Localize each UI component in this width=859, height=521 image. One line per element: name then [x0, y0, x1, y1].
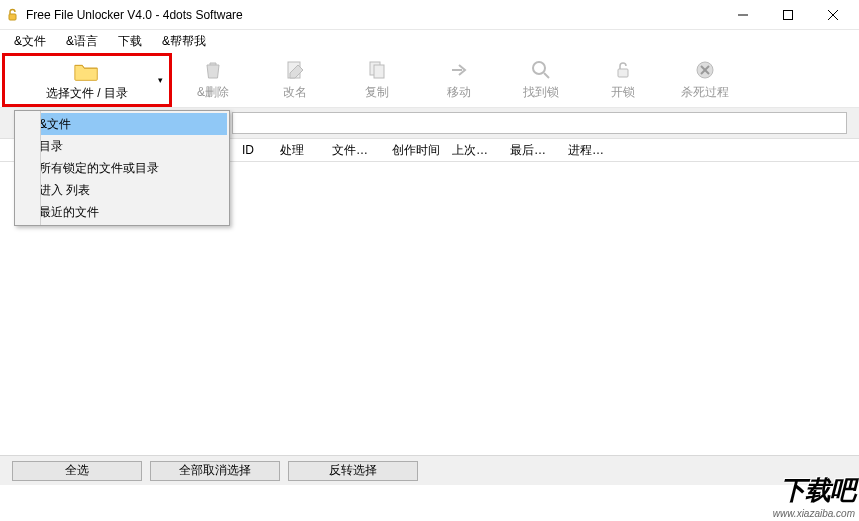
menu-language[interactable]: &语言 — [56, 31, 108, 52]
dropdown-item-label: 目录 — [39, 138, 63, 155]
toolbar-unlock-label: 开锁 — [611, 84, 635, 101]
kill-icon — [691, 58, 719, 82]
toolbar-kill-label: 杀死过程 — [681, 84, 729, 101]
col-modified[interactable]: 最后… — [504, 142, 562, 159]
toolbar-findlock-label: 找到锁 — [523, 84, 559, 101]
path-input[interactable] — [232, 112, 847, 134]
col-created[interactable]: 创作时间 — [386, 142, 446, 159]
toolbar-select-button[interactable]: 选择文件 / 目录 ▾ — [2, 53, 172, 107]
move-icon — [445, 58, 473, 82]
window-title: Free File Unlocker V4.0 - 4dots Software — [26, 8, 243, 22]
copy-icon — [363, 58, 391, 82]
dropdown-item-label: 最近的文件 — [39, 204, 99, 221]
svg-rect-10 — [618, 69, 628, 77]
deselect-all-button[interactable]: 全部取消选择 — [150, 461, 280, 481]
toolbar-rename-label: 改名 — [283, 84, 307, 101]
col-last[interactable]: 上次… — [446, 142, 504, 159]
menubar: &文件 &语言 下载 &帮帮我 — [0, 30, 859, 52]
rename-icon — [281, 58, 309, 82]
dropdown-item-label: 进入 列表 — [39, 182, 90, 199]
menu-download[interactable]: 下载 — [108, 31, 152, 52]
dropdown-item-label: 所有锁定的文件或目录 — [39, 160, 159, 177]
dropdown-item-label: &文件 — [39, 116, 71, 133]
col-file[interactable]: 文件… — [326, 142, 386, 159]
toolbar-delete-button[interactable]: &删除 — [172, 54, 254, 106]
unlock-icon — [609, 58, 637, 82]
toolbar-select-label: 选择文件 / 目录 — [46, 85, 128, 102]
toolbar-delete-label: &删除 — [197, 84, 229, 101]
bottom-bar: 全选 全部取消选择 反转选择 — [0, 455, 859, 485]
watermark-url: www.xiazaiba.com — [773, 508, 855, 519]
toolbar-rename-button[interactable]: 改名 — [254, 54, 336, 106]
dropdown-gutter — [15, 111, 41, 225]
select-all-button[interactable]: 全选 — [12, 461, 142, 481]
col-id[interactable]: ID — [236, 143, 274, 157]
svg-rect-2 — [783, 10, 792, 19]
toolbar-copy-button[interactable]: 复制 — [336, 54, 418, 106]
titlebar: Free File Unlocker V4.0 - 4dots Software — [0, 0, 859, 30]
toolbar: 选择文件 / 目录 ▾ &删除 改名 复制 移动 找到锁 开锁 — [0, 52, 859, 108]
toolbar-kill-button[interactable]: 杀死过程 — [664, 54, 746, 106]
svg-rect-7 — [374, 65, 384, 78]
toolbar-findlock-button[interactable]: 找到锁 — [500, 54, 582, 106]
dropdown-item-recent[interactable]: 最近的文件 — [17, 201, 227, 223]
toolbar-move-label: 移动 — [447, 84, 471, 101]
svg-point-8 — [533, 62, 545, 74]
menu-file[interactable]: &文件 — [4, 31, 56, 52]
toolbar-move-button[interactable]: 移动 — [418, 54, 500, 106]
dropdown-item-dir[interactable]: 目录 — [17, 135, 227, 157]
toolbar-copy-label: 复制 — [365, 84, 389, 101]
invert-selection-button[interactable]: 反转选择 — [288, 461, 418, 481]
minimize-button[interactable] — [720, 1, 765, 29]
app-icon — [4, 7, 20, 23]
search-lock-icon — [527, 58, 555, 82]
menu-help[interactable]: &帮帮我 — [152, 31, 216, 52]
dropdown-item-enterlist[interactable]: 进入 列表 — [17, 179, 227, 201]
dropdown-item-file[interactable]: &文件 — [17, 113, 227, 135]
maximize-button[interactable] — [765, 1, 810, 29]
close-button[interactable] — [810, 1, 855, 29]
svg-line-9 — [544, 73, 549, 78]
col-process[interactable]: 处理 — [274, 142, 326, 159]
chevron-down-icon: ▾ — [158, 75, 163, 85]
svg-rect-0 — [9, 14, 16, 20]
window-controls — [720, 1, 855, 29]
col-program[interactable]: 进程… — [562, 142, 620, 159]
trash-icon — [199, 58, 227, 82]
folder-icon — [73, 59, 101, 83]
dropdown-item-alllocked[interactable]: 所有锁定的文件或目录 — [17, 157, 227, 179]
toolbar-unlock-button[interactable]: 开锁 — [582, 54, 664, 106]
select-dropdown-menu: &文件 目录 所有锁定的文件或目录 进入 列表 最近的文件 — [14, 110, 230, 226]
